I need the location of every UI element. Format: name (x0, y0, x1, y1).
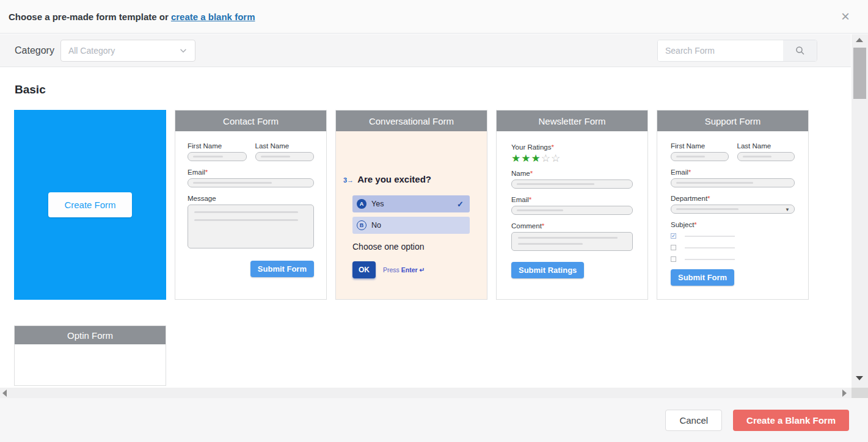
required-asterisk: * (688, 168, 691, 176)
category-dropdown[interactable]: All Category (60, 40, 195, 62)
card-preview: 3→ Are you excited? A Yes ✓ B No (336, 131, 487, 299)
cancel-button[interactable]: Cancel (665, 410, 722, 431)
message-textarea-preview (188, 205, 314, 248)
template-card-support-form[interactable]: Support Form First Name Last Name Em (657, 110, 809, 300)
template-card-optin-form[interactable]: Optin Form (14, 325, 166, 386)
template-card-newsletter-form[interactable]: Newsletter Form Your Ratings* ★★★☆☆ Name… (496, 110, 648, 300)
first-name-input-preview (188, 152, 247, 161)
question-step-number: 3→ (343, 176, 354, 184)
card-preview: First Name Last Name Email* Message (175, 131, 326, 299)
template-list: Basic Create Form Contact Form First Nam… (0, 67, 851, 388)
required-asterisk: * (529, 196, 531, 203)
check-icon: ✓ (457, 200, 464, 209)
scrollbar-corner (852, 388, 868, 398)
last-name-input-preview (737, 152, 795, 161)
last-name-input-preview (255, 152, 315, 161)
category-placeholder: All Category (68, 46, 115, 56)
submit-ratings-button-preview: Submit Ratings (511, 262, 584, 278)
modal-title-text: Choose a pre-made form template or (9, 12, 171, 22)
option-yes: A Yes ✓ (352, 195, 470, 212)
search-button[interactable] (783, 40, 817, 61)
scroll-down-arrow-icon[interactable] (856, 376, 863, 380)
vertical-scrollbar[interactable] (852, 34, 868, 388)
required-asterisk: * (551, 143, 553, 151)
department-select-preview: ▼ (671, 205, 795, 214)
checkbox-empty-icon (671, 245, 676, 250)
horizontal-scrollbar[interactable] (0, 388, 852, 398)
select-arrow-icon: ▼ (785, 207, 790, 212)
modal-title: Choose a pre-made form template or creat… (9, 12, 255, 22)
star-empty-icon: ☆ (541, 153, 551, 164)
template-card-conversational-form[interactable]: Conversational Form 3→ Are you excited? … (335, 110, 487, 300)
create-blank-form-link[interactable]: create a blank form (171, 12, 255, 22)
star-filled-icon: ★ (511, 153, 521, 164)
search-box (657, 40, 817, 62)
vertical-scrollbar-thumb[interactable] (853, 48, 866, 99)
category-label: Category (15, 45, 54, 56)
required-asterisk: * (530, 170, 533, 177)
option-b-badge: B (357, 220, 367, 230)
question-text: Are you excited? (357, 174, 431, 184)
required-asterisk: * (205, 168, 208, 176)
star-rating-preview: ★★★☆☆ (511, 153, 633, 164)
star-filled-icon: ★ (531, 153, 541, 164)
email-input-preview (671, 178, 795, 187)
subject-label: Subject* (671, 221, 795, 228)
search-input[interactable] (658, 40, 783, 61)
checkbox-row: ✓ (671, 233, 795, 239)
required-asterisk: * (707, 195, 710, 202)
comment-label: Comment* (511, 222, 633, 230)
email-label: Email* (511, 196, 633, 203)
chevron-down-icon (179, 46, 188, 55)
template-row-2: Optin Form (14, 325, 851, 386)
close-icon[interactable]: × (841, 9, 850, 24)
checkbox-checked-icon: ✓ (671, 233, 676, 239)
email-input-preview (511, 206, 633, 215)
card-title: Optin Form (15, 326, 166, 344)
first-name-label: First Name (188, 142, 247, 150)
submit-form-button-preview: Submit Form (250, 261, 314, 277)
create-form-button[interactable]: Create Form (48, 192, 131, 217)
option-no: B No (352, 217, 470, 234)
message-label: Message (188, 195, 314, 202)
name-label: Name* (511, 170, 633, 177)
template-chooser-modal: Choose a pre-made form template or creat… (0, 0, 868, 442)
template-row-1: Create Form Contact Form First Name Last… (14, 110, 851, 300)
department-label: Department* (671, 195, 795, 202)
search-icon (795, 46, 805, 56)
required-asterisk: * (542, 222, 544, 230)
template-card-contact-form[interactable]: Contact Form First Name Last Name Em (175, 110, 327, 300)
card-title: Support Form (657, 111, 808, 131)
filter-bar: Category All Category (0, 34, 851, 67)
first-name-label: First Name (671, 142, 729, 150)
card-title: Newsletter Form (497, 111, 647, 131)
option-a-badge: A (357, 199, 367, 209)
last-name-label: Last Name (255, 142, 315, 150)
first-name-input-preview (671, 152, 729, 161)
star-empty-icon: ☆ (551, 153, 561, 164)
checkbox-row (671, 245, 795, 250)
scroll-right-arrow-icon[interactable] (842, 389, 847, 397)
card-title: Contact Form (175, 111, 326, 131)
checkbox-row (671, 256, 795, 262)
required-asterisk: * (694, 221, 696, 228)
press-enter-hint: Press Enter ↵ (383, 266, 425, 274)
create-blank-form-button[interactable]: Create a Blank Form (733, 410, 849, 431)
card-preview: First Name Last Name Email* Departme (657, 131, 808, 299)
section-title: Basic (15, 83, 851, 96)
scroll-up-arrow-icon[interactable] (856, 38, 863, 42)
comment-textarea-preview (511, 232, 633, 251)
ok-button-preview: OK (352, 261, 376, 278)
name-input-preview (511, 179, 633, 189)
option-b-label: No (371, 221, 381, 230)
modal-header: Choose a pre-made form template or creat… (0, 0, 868, 34)
ratings-label: Your Ratings* (511, 143, 633, 151)
create-form-card[interactable]: Create Form (14, 110, 166, 300)
email-input-preview (188, 178, 314, 187)
option-a-label: Yes (371, 200, 384, 208)
email-label: Email* (188, 168, 314, 176)
last-name-label: Last Name (737, 142, 795, 150)
checkbox-empty-icon (671, 256, 676, 262)
modal-footer: Cancel Create a Blank Form (0, 398, 868, 442)
scroll-left-arrow-icon[interactable] (2, 389, 7, 397)
